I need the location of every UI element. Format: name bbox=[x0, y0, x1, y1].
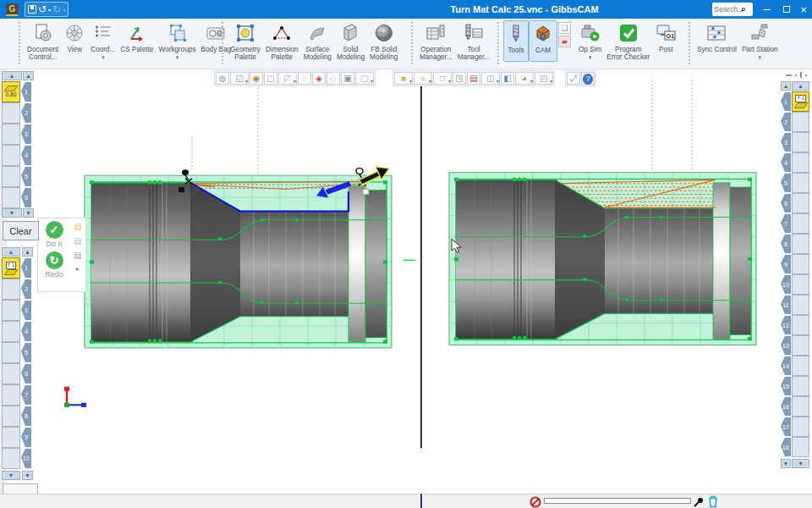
slot-number-tab[interactable]: 3 bbox=[21, 124, 31, 144]
do-it-button[interactable]: ✓ bbox=[46, 221, 63, 239]
slot-number-tab[interactable]: 10 bbox=[21, 449, 31, 468]
process-list-scroll-down[interactable]: ▼ bbox=[2, 471, 20, 480]
slot-number-tab[interactable]: 4 bbox=[21, 322, 31, 341]
workspace-canvas[interactable] bbox=[0, 69, 812, 508]
slot-number-tab[interactable]: 5 bbox=[21, 167, 31, 186]
undo-dropdown-icon[interactable]: ▾ bbox=[48, 7, 51, 13]
ribbon-geometry-palette[interactable]: Geometry Palette bbox=[228, 20, 263, 69]
undo-icon[interactable]: ↺ bbox=[38, 3, 47, 16]
tool-tab-scroll-down[interactable]: ▼ bbox=[23, 208, 34, 218]
slot-number-tab[interactable]: 12 bbox=[781, 316, 791, 334]
operation-tab-scroll-up[interactable]: ▲ bbox=[781, 81, 791, 91]
menu-item[interactable] bbox=[199, 3, 212, 18]
menu-item[interactable] bbox=[77, 3, 91, 18]
close-button[interactable]: × bbox=[795, 0, 812, 19]
process-slot[interactable]: 2 bbox=[2, 279, 31, 300]
operation-slot[interactable]: 10 bbox=[781, 274, 809, 295]
slot-number-tab[interactable]: 8 bbox=[21, 406, 31, 426]
slot-number-tab[interactable]: 4 bbox=[781, 153, 791, 172]
split-view-icon[interactable]: ◫ bbox=[481, 72, 500, 85]
redo-icon[interactable]: ↻ bbox=[52, 3, 61, 16]
ribbon-tool-manager[interactable]: Tool Manager... bbox=[455, 20, 493, 69]
tool-slot[interactable]: 3 bbox=[2, 124, 31, 145]
operation-slot[interactable]: 3 bbox=[781, 132, 809, 152]
slot-number-tab[interactable]: 5 bbox=[781, 174, 791, 192]
slot-number-tab[interactable]: 8 bbox=[781, 235, 791, 253]
process-slot[interactable]: 5 bbox=[2, 342, 31, 363]
paste-process-icon[interactable]: ▤ bbox=[74, 236, 81, 246]
stop-icon[interactable] bbox=[529, 496, 541, 508]
slot-number-tab[interactable]: 13 bbox=[781, 336, 791, 355]
ribbon-dimension-palette[interactable]: Dimension Palette bbox=[263, 20, 301, 69]
process-slot[interactable]: T 1 1 bbox=[2, 257, 31, 279]
menu-item[interactable] bbox=[104, 3, 118, 18]
ribbon-fb-solid-modeling[interactable]: FB Solid Modeling bbox=[367, 20, 400, 69]
operation-slot[interactable]: 16 bbox=[781, 396, 809, 417]
tool-slot[interactable]: 0.80 1 bbox=[2, 81, 31, 102]
operation-slot[interactable]: 9 bbox=[781, 254, 809, 274]
frame-icon[interactable]: ▢ bbox=[355, 72, 374, 85]
ribbon-surface-modeling[interactable]: Surface Modeling bbox=[301, 20, 334, 69]
view-orient-icon[interactable]: ◱ bbox=[230, 72, 249, 85]
ribbon-view[interactable]: View bbox=[61, 20, 88, 60]
torus-icon[interactable]: ◌ bbox=[298, 72, 311, 85]
shaded-view-icon[interactable]: ◍ bbox=[216, 72, 229, 85]
solid-marker-icon[interactable]: ◈ bbox=[312, 72, 326, 85]
slot-number-tab[interactable]: 5 bbox=[21, 343, 31, 362]
ribbon-solid-modeling[interactable]: Solid Modeling bbox=[334, 20, 367, 69]
toolbar-grip[interactable] bbox=[497, 22, 502, 64]
ribbon-post[interactable]: G1 Post bbox=[652, 20, 679, 60]
minimize-button[interactable] bbox=[758, 0, 775, 19]
ribbon-operation-manager[interactable]: Operation Manager... bbox=[417, 20, 455, 69]
ribbon-cam[interactable]: CAM bbox=[529, 20, 557, 62]
tool-tab-scroll-up[interactable]: ▲ bbox=[23, 71, 34, 80]
search-input[interactable] bbox=[714, 5, 741, 14]
slot-number-tab[interactable]: 9 bbox=[781, 255, 791, 273]
process-slot[interactable]: 10 bbox=[2, 448, 31, 469]
slot-number-tab[interactable]: 9 bbox=[21, 428, 31, 447]
process-slot[interactable]: 8 bbox=[2, 406, 31, 427]
slot-number-tab[interactable]: 11 bbox=[781, 295, 791, 314]
toolbar-grip[interactable] bbox=[222, 22, 226, 64]
fit-view-icon[interactable]: ⤢ bbox=[567, 72, 580, 85]
menu-item[interactable] bbox=[91, 3, 104, 18]
operation-list-scroll-up[interactable]: ▲ bbox=[792, 81, 809, 91]
slot-number-tab[interactable]: 2 bbox=[21, 103, 31, 123]
expand-rail-icon[interactable]: ▸ bbox=[76, 265, 80, 273]
operation-slot[interactable]: 6 bbox=[781, 193, 809, 213]
copy-process-icon[interactable]: ▤ bbox=[74, 222, 81, 231]
menu-item[interactable] bbox=[212, 3, 226, 18]
process-tab-scroll-down[interactable]: ▼ bbox=[22, 471, 33, 480]
slot-number-tab[interactable]: 1 bbox=[21, 82, 31, 102]
slot-number-tab[interactable]: 6 bbox=[781, 194, 791, 213]
flip-view-icon[interactable]: ◰ bbox=[535, 72, 553, 85]
pin-icon[interactable] bbox=[693, 496, 705, 508]
toolbar-grip[interactable] bbox=[19, 22, 23, 64]
menu-item[interactable] bbox=[226, 3, 239, 18]
menu-item[interactable] bbox=[158, 3, 172, 18]
process-slot[interactable]: 3 bbox=[2, 300, 31, 321]
operation-slot[interactable]: T 1 1 bbox=[781, 91, 809, 112]
cube-light-icon[interactable]: ■ bbox=[414, 72, 432, 85]
ribbon-op-sim[interactable]: Op Sim bbox=[576, 20, 604, 60]
ribbon-tools[interactable]: Tools bbox=[503, 20, 529, 62]
ribbon-cs-palette[interactable]: CS Palette bbox=[118, 20, 156, 60]
operation-slot[interactable]: 17 bbox=[781, 417, 809, 437]
operation-slot[interactable]: 15 bbox=[781, 376, 809, 396]
right-viewport[interactable] bbox=[449, 173, 756, 345]
process-slot[interactable]: 6 bbox=[2, 363, 31, 384]
ribbon-document-control[interactable]: Document Control... bbox=[25, 20, 61, 69]
operation-slot[interactable]: 8 bbox=[781, 234, 809, 254]
cube-blue-icon[interactable]: ◧ bbox=[501, 72, 514, 85]
ribbon-sync-control[interactable]: Sync Control bbox=[694, 20, 739, 60]
layers-icon[interactable]: ▤ bbox=[467, 72, 480, 85]
ribbon-program-error-checker[interactable]: Program Error Checker bbox=[604, 20, 652, 69]
operation-slot[interactable]: 18 bbox=[781, 437, 809, 457]
tool-list-scroll-down[interactable]: ▼ bbox=[2, 208, 22, 218]
menu-item[interactable] bbox=[185, 3, 199, 18]
tool-slot[interactable]: 5 bbox=[2, 166, 31, 187]
menu-item[interactable] bbox=[131, 3, 145, 18]
toolbar-grip[interactable] bbox=[689, 22, 693, 64]
stock-display-icon[interactable]: ◉ bbox=[250, 72, 263, 85]
process-list-scroll-up[interactable]: ▲ bbox=[2, 247, 20, 257]
